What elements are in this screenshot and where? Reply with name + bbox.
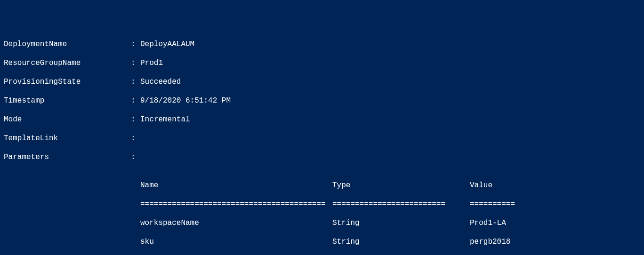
param-workspace-name: workspaceNameStringProd1-LA (140, 218, 640, 228)
prop-value: Succeeded (140, 77, 640, 87)
param-name: sku (140, 237, 332, 247)
divider-name: ========================================… (140, 199, 332, 209)
prop-label: DeploymentName (4, 40, 131, 49)
param-type: String (332, 218, 470, 228)
param-type: String (332, 237, 470, 247)
colon: : (131, 77, 140, 87)
param-name: workspaceName (140, 218, 332, 228)
prop-label: Timestamp (4, 96, 131, 105)
colon: : (131, 152, 140, 162)
prop-label: Mode (4, 115, 131, 124)
prop-deployment-name: DeploymentName:DeployAALAUM (4, 40, 640, 49)
prop-value: Incremental (140, 115, 640, 124)
parameters-divider: ========================================… (140, 199, 640, 209)
parameters-header: NameTypeValue (140, 181, 640, 190)
prop-label: Parameters (4, 152, 131, 162)
prop-value: DeployAALAUM (140, 40, 640, 49)
colon: : (131, 58, 140, 68)
prop-template-link: TemplateLink: (4, 134, 640, 143)
prop-resource-group-name: ResourceGroupName:Prod1 (4, 58, 640, 68)
divider-type: ========================= (332, 199, 470, 209)
prop-value: Prod1 (140, 58, 640, 68)
prop-value (140, 152, 640, 162)
parameters-table: NameTypeValue ==========================… (140, 171, 640, 255)
param-value: Prod1-LA (470, 218, 640, 228)
header-type: Type (332, 181, 470, 190)
prop-label: ProvisioningState (4, 77, 131, 87)
prop-label: ResourceGroupName (4, 58, 131, 68)
prop-provisioning-state: ProvisioningState:Succeeded (4, 77, 640, 87)
prop-timestamp: Timestamp:9/18/2020 6:51:42 PM (4, 96, 640, 105)
colon: : (131, 40, 140, 49)
prop-parameters: Parameters: (4, 152, 640, 162)
prop-label: TemplateLink (4, 134, 131, 143)
divider-value: ========== (470, 199, 640, 209)
prop-mode: Mode:Incremental (4, 115, 640, 124)
param-value: pergb2018 (470, 237, 640, 247)
header-name: Name (140, 181, 332, 190)
colon: : (131, 96, 140, 105)
param-sku: skuStringpergb2018 (140, 237, 640, 247)
header-value: Value (470, 181, 640, 190)
colon: : (131, 115, 140, 124)
colon: : (131, 134, 140, 143)
prop-value: 9/18/2020 6:51:42 PM (140, 96, 640, 105)
prop-value (140, 134, 640, 143)
